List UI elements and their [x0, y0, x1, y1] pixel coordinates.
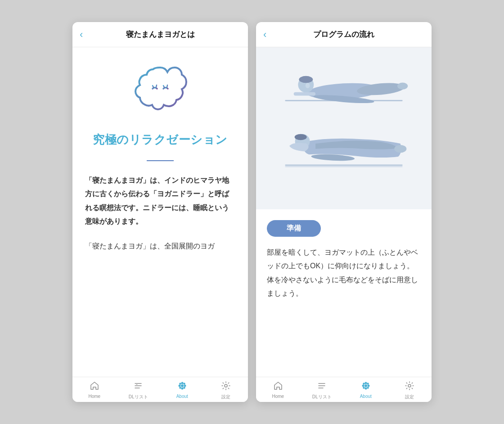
nav-dllist-1[interactable]: DLリスト [117, 381, 161, 400]
svg-point-45 [367, 385, 369, 387]
screen1-bottom-nav: Home DLリスト [72, 377, 248, 402]
svg-line-0 [153, 86, 153, 87]
description-bold: 「寝たまんまヨガ」は、インドのヒマラヤ地方に古くから伝わる「ヨガニドラー」と呼ば… [85, 176, 229, 225]
svg-point-27 [306, 83, 310, 88]
nav-about-1[interactable]: About [160, 381, 204, 400]
nav-about-2[interactable]: About [344, 381, 388, 400]
description-text: 「寝たまんまヨガ」は、インドのヒマラヤ地方に古くから伝わる「ヨガニドラー」と呼ば… [85, 174, 235, 229]
screen2-content-area: 準備 部屋を暗くして、ヨガマットの上（ふとんやベッドの上でもOK）に仰向けになり… [256, 47, 432, 377]
screen-program: ‹ プログラムの流れ [256, 22, 432, 402]
yoga-pose-top [265, 61, 423, 108]
svg-rect-31 [294, 92, 315, 96]
screen2-bottom-nav: Home DLリスト [256, 377, 432, 402]
nav-label-home-1: Home [88, 394, 100, 399]
svg-point-13 [181, 384, 184, 387]
flower-icon-1 [177, 381, 187, 392]
home-icon-2 [273, 381, 283, 392]
svg-line-5 [167, 85, 167, 87]
title-divider [147, 160, 174, 161]
logo-container [131, 61, 189, 121]
svg-line-2 [156, 85, 157, 87]
svg-point-26 [299, 76, 313, 83]
svg-point-19 [183, 383, 185, 384]
svg-point-46 [363, 383, 364, 384]
screen2-title: プログラムの流れ [313, 29, 374, 40]
prep-badge-container: 準備 [267, 220, 421, 246]
yoga-image-area [256, 47, 432, 209]
nav-settings-1[interactable]: 設定 [204, 381, 248, 400]
nav-label-settings-1: 設定 [221, 394, 230, 400]
svg-point-41 [364, 384, 367, 387]
screen1-header: ‹ 寝たまんまヨガとは [72, 22, 248, 47]
app-logo-icon [131, 61, 189, 119]
svg-point-30 [397, 82, 408, 89]
screen-about: ‹ 寝たまんまヨガとは [72, 22, 248, 402]
flower-icon-2 [361, 381, 371, 392]
svg-point-37 [394, 145, 406, 153]
settings-icon-2 [405, 381, 414, 392]
svg-point-22 [225, 384, 227, 387]
svg-rect-33 [285, 167, 402, 167]
list-icon-2 [317, 381, 327, 392]
back-button-1[interactable]: ‹ [80, 30, 83, 40]
list-icon-1 [133, 381, 143, 392]
nav-label-about-1: About [176, 394, 188, 399]
svg-point-35 [295, 134, 307, 140]
nav-home-1[interactable]: Home [72, 381, 117, 400]
nav-label-about-2: About [360, 394, 372, 399]
home-icon-1 [90, 381, 99, 392]
screens-container: ‹ 寝たまんまヨガとは [72, 22, 432, 402]
svg-rect-32 [285, 165, 402, 166]
svg-point-44 [362, 385, 364, 387]
yoga-pose-bottom [265, 117, 423, 174]
svg-point-47 [367, 383, 369, 384]
nav-label-dllist-2: DLリスト [312, 394, 332, 400]
settings-icon-1 [221, 381, 231, 392]
screen1-title: 寝たまんまヨガとは [126, 29, 195, 40]
nav-label-home-2: Home [272, 394, 284, 399]
main-tagline: 究極のリラクゼーション [93, 132, 228, 148]
prep-badge: 準備 [267, 220, 321, 237]
svg-point-14 [181, 382, 183, 384]
svg-point-20 [179, 387, 181, 388]
nav-home-2[interactable]: Home [256, 381, 300, 400]
svg-point-16 [178, 385, 180, 387]
screen2-text-content: 準備 部屋を暗くして、ヨガマットの上（ふとんやベッドの上でもOK）に仰向けになり… [256, 209, 432, 310]
description-extra: 「寝たまんまヨガ」は、全国展開のヨガ [85, 239, 235, 253]
svg-point-21 [183, 387, 185, 388]
nav-dllist-2[interactable]: DLリスト [300, 381, 344, 400]
svg-point-50 [408, 384, 411, 387]
nav-label-settings-2: 設定 [405, 394, 414, 400]
prep-description: 部屋を暗くして、ヨガマットの上（ふとんやベッドの上でもOK）に仰向けになりましょ… [267, 246, 421, 301]
screen1-inner: 究極のリラクゼーション 「寝たまんまヨガ」は、インドのヒマラヤ地方に古くから伝わ… [72, 47, 248, 273]
nav-settings-2[interactable]: 設定 [388, 381, 432, 400]
screen1-content-area: 究極のリラクゼーション 「寝たまんまヨガ」は、インドのヒマラヤ地方に古くから伝わ… [72, 47, 248, 377]
screen2-header: ‹ プログラムの流れ [256, 22, 432, 47]
svg-point-43 [364, 388, 367, 390]
svg-point-42 [364, 382, 367, 384]
back-button-2[interactable]: ‹ [263, 30, 266, 40]
svg-point-17 [184, 385, 186, 387]
svg-point-18 [179, 383, 181, 384]
svg-point-15 [181, 388, 183, 390]
nav-label-dllist-1: DLリスト [129, 394, 148, 400]
svg-line-3 [163, 86, 164, 87]
svg-point-48 [363, 387, 364, 388]
svg-point-49 [367, 387, 369, 388]
